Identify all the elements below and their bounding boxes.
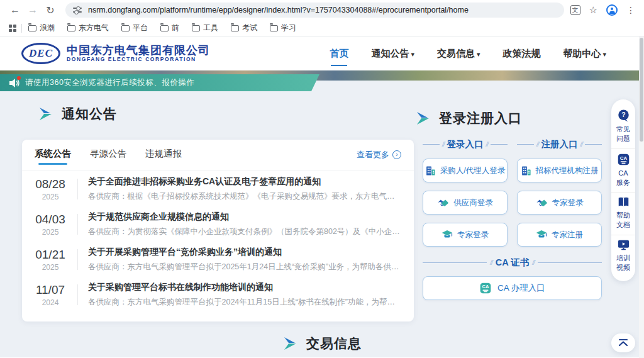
notice-list-item[interactable]: 08/282025 关于全面推进非招标采购业务CA认证及电子签章应用的通知 各供… — [22, 171, 414, 206]
url-bar[interactable]: nsrm.dongfang.com/platform/runtime/epp/d… — [65, 3, 564, 18]
chevron-right-icon: › — [392, 150, 401, 159]
section-arrow-icon — [282, 337, 297, 350]
folder-icon — [67, 25, 75, 31]
book-icon — [617, 196, 630, 208]
notice-list-item[interactable]: 11/072024 关于采购管理平台标书在线制作功能培训的通知 各供应商：东方电… — [22, 277, 414, 312]
speaker-icon — [9, 78, 20, 88]
bookmark-folder[interactable]: 工具 — [192, 23, 218, 33]
profile-avatar-icon[interactable] — [606, 4, 618, 16]
dec-logo-icon: DEC — [21, 43, 60, 64]
url-text[interactable]: nsrm.dongfang.com/platform/runtime/epp/d… — [88, 6, 469, 14]
supplier-register-button[interactable]: 专家登录 — [517, 191, 602, 215]
handshake-icon — [437, 198, 449, 208]
bidding-agency-register-button[interactable]: 招标代理机构注册 — [517, 159, 602, 182]
view-more-link[interactable]: 查看更多 › — [357, 149, 401, 164]
folder-icon — [231, 25, 239, 31]
divider — [77, 284, 78, 305]
notices-tabbar: 系统公告 寻源公告 违规通报 查看更多 › — [22, 140, 414, 171]
browser-menu-icon[interactable]: ⋮ — [626, 5, 635, 15]
company-logo[interactable]: DEC 中国东方电气集团有限公司 DONGFANG ELECTRIC CORPO… — [21, 43, 210, 64]
video-icon — [617, 239, 630, 251]
forward-icon[interactable]: → — [24, 4, 42, 16]
ca-icon: CA — [617, 153, 630, 166]
login-section-header: 登录注册入口 — [415, 109, 522, 127]
ca-icon: CA — [479, 282, 492, 294]
folder-icon — [28, 25, 36, 31]
bookmark-folder[interactable]: 浪潮 — [28, 23, 55, 33]
trade-info-section-title: 交易信息 — [306, 335, 362, 352]
quick-access-rail: ? 常见问题 CA CA服务 帮助文档 培训视频 — [611, 99, 635, 281]
back-to-top-icon — [618, 339, 628, 347]
tab-violation-reports[interactable]: 违规通报 — [145, 148, 182, 165]
rail-item-ca-service[interactable]: CA CA服务 — [611, 148, 635, 193]
supplier-login-button[interactable]: 供应商登录 — [423, 191, 508, 215]
gradcap-icon — [441, 230, 453, 240]
folder-icon — [192, 25, 200, 31]
notification-dot — [17, 76, 21, 80]
building-icon — [425, 165, 436, 176]
ca-cert-header: // CA 证书 // — [423, 257, 602, 269]
folder-icon — [160, 25, 169, 31]
nav-notices[interactable]: 通知公告 — [371, 44, 414, 64]
expert-register-button[interactable]: 专家注册 — [517, 223, 602, 247]
site-settings-icon[interactable] — [73, 6, 82, 14]
company-name-en: DONGFANG ELECTRIC CORPORATION — [67, 57, 210, 63]
notice-date: 08/28 — [30, 177, 71, 191]
browser-notice-ribbon: 请使用360安全浏览器进行后续投标、报价操作 — [0, 74, 319, 91]
nav-help-center[interactable]: 帮助中心 — [563, 44, 606, 64]
notice-year: 2025 — [30, 263, 71, 272]
notice-year: 2024 — [30, 298, 71, 307]
notice-desc: 各供应商：为贯彻落实《保障中小企业款项支付条例》（国务院令第802号）及《中小企… — [88, 227, 401, 237]
notice-list-item[interactable]: 04/032025 关于规范供应商企业规模信息的通知 各供应商：为贯彻落实《保障… — [22, 206, 414, 242]
rail-item-help-docs[interactable]: 帮助文档 — [611, 192, 635, 235]
folder-icon — [270, 25, 278, 31]
gradcap-icon — [536, 230, 547, 240]
tab-system-notices[interactable]: 系统公告 — [35, 148, 71, 165]
svg-text:?: ? — [621, 111, 625, 118]
notice-title[interactable]: 关于全面推进非招标采购业务CA认证及电子签章应用的通知 — [88, 176, 401, 187]
handshake-icon — [536, 198, 548, 208]
apps-grid-icon[interactable] — [9, 25, 16, 32]
notice-date: 01/21 — [30, 248, 71, 262]
section-arrow-icon — [38, 107, 53, 121]
company-name-cn: 中国东方电气集团有限公司 — [67, 44, 210, 57]
login-register-panel: // 登录入口 // // 注册入口 // 采购人/代理人登录 招标代理机构注 — [423, 138, 602, 300]
bookmark-folder[interactable]: 学习 — [270, 23, 296, 33]
bookmark-folder[interactable]: 平台 — [121, 23, 148, 33]
bookmark-folder[interactable]: 考试 — [231, 23, 257, 33]
rail-item-training-videos[interactable]: 培训视频 — [611, 235, 635, 277]
notice-title[interactable]: 关于规范供应商企业规模信息的通知 — [88, 211, 401, 223]
browser-toolbar: ← → ↻ nsrm.dongfang.com/platform/runtime… — [0, 0, 644, 20]
register-entry-header: // 注册入口 // — [517, 138, 602, 150]
scrollbar-thumb[interactable] — [640, 38, 643, 142]
nav-trade-info[interactable]: 交易信息 — [437, 44, 480, 64]
notice-title[interactable]: 关于开展采购管理平台“竞价采购业务”培训的通知 — [88, 247, 401, 258]
translate-icon[interactable]: 文 — [570, 5, 580, 15]
ca-apply-button[interactable]: CA CA 办理入口 — [423, 276, 602, 300]
purchaser-agent-login-button[interactable]: 采购人/代理人登录 — [423, 159, 508, 182]
notice-title[interactable]: 关于采购管理平台标书在线制作功能培训的通知 — [88, 282, 401, 293]
bookmark-folder[interactable]: 前 — [160, 23, 179, 33]
trade-info-section-header: 交易信息 — [0, 335, 644, 352]
reload-icon[interactable]: ↻ — [42, 4, 59, 16]
back-to-top-button[interactable] — [611, 333, 635, 352]
bookmark-star-icon[interactable]: ☆ — [589, 4, 597, 16]
notice-list-item[interactable]: 01/212025 关于开展采购管理平台“竞价采购业务”培训的通知 各供应商：东… — [22, 242, 414, 277]
nav-home[interactable]: 首页 — [330, 44, 348, 64]
tab-sourcing-notices[interactable]: 寻源公告 — [90, 148, 126, 165]
expert-login-button[interactable]: 专家登录 — [423, 223, 508, 247]
notice-desc: 各供应商：东方电气采购管理平台拟于2024年11月15日上线“标书在线制作”功能… — [88, 297, 401, 308]
section-arrow-icon — [415, 111, 430, 125]
back-icon[interactable]: ← — [6, 4, 24, 16]
question-icon: ? — [617, 109, 630, 122]
page-scrollbar[interactable] — [639, 36, 644, 358]
divider — [77, 249, 78, 270]
notice-desc: 各供应商：根据《电子招标投标系统技术规范》《电子采购交易规范》要求，东方电气采购… — [88, 191, 401, 202]
notices-section-title: 通知公告 — [62, 105, 117, 123]
rail-item-faq[interactable]: ? 常见问题 — [611, 106, 635, 148]
notice-date: 04/03 — [30, 213, 71, 227]
bookmark-folder[interactable]: 东方电气 — [67, 23, 109, 33]
nav-policies[interactable]: 政策法规 — [502, 44, 540, 64]
folder-icon — [121, 25, 130, 31]
login-section-title: 登录注册入口 — [439, 109, 522, 127]
